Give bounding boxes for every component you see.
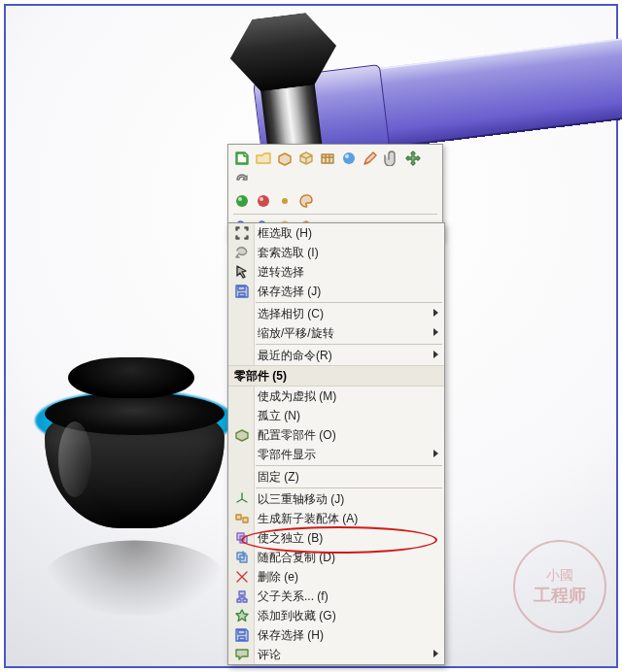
blank-icon [230, 406, 254, 425]
svg-point-2 [236, 195, 248, 207]
menu-item[interactable]: 选择相切 (C) [228, 304, 444, 323]
menu-item-label: 逆转选择 [258, 264, 429, 281]
menu-item-label: 父子关系... (f) [258, 588, 429, 605]
menu-separator [256, 487, 442, 488]
lasso-icon [230, 243, 254, 262]
menu-item[interactable]: 框选取 (H) [228, 223, 444, 243]
appearance-ball-button[interactable] [233, 192, 251, 210]
menu-item-label: 添加到收藏 (G) [258, 608, 429, 624]
submenu-arrow-icon [433, 450, 438, 457]
menu-item-label: 评论 [258, 647, 429, 663]
menu-item[interactable]: 配置零部件 (O) [228, 425, 444, 445]
favorite-icon [230, 606, 254, 625]
menu-item[interactable]: 缩放/平移/旋转 [228, 323, 444, 343]
context-menu: 框选取 (H)套索选取 (I)逆转选择保存选择 (J)选择相切 (C)缩放/平移… [227, 222, 445, 665]
open-folder-button[interactable] [255, 150, 272, 167]
submenu-arrow-icon [433, 309, 438, 317]
cursor-invert-icon [230, 262, 254, 282]
sketch-pencil-button[interactable] [362, 150, 379, 167]
rebuild-button[interactable] [233, 171, 251, 188]
menu-item[interactable]: 生成新子装配体 (A) [228, 509, 444, 528]
menu-item[interactable]: 随配合复制 (D) [228, 548, 444, 567]
cup-neck [68, 357, 194, 398]
triad-icon [230, 489, 254, 509]
model-cube-button[interactable] [297, 150, 315, 167]
menu-item-label: 使之独立 (B) [258, 530, 429, 547]
menu-item[interactable]: 使成为虚拟 (M) [228, 386, 444, 406]
blank-icon [230, 467, 254, 487]
copy-mate-icon [230, 548, 254, 567]
save-icon [230, 282, 254, 301]
menu-item[interactable]: 删除 (e) [228, 567, 444, 587]
comment-icon [230, 645, 254, 664]
menu-item-label: 框选取 (H) [258, 225, 429, 242]
paperclip-button[interactable] [383, 150, 400, 167]
menu-item-label: 固定 (Z) [258, 469, 429, 486]
menu-separator [256, 344, 442, 345]
menu-item[interactable]: 固定 (Z) [228, 467, 444, 487]
svg-point-6 [282, 198, 288, 204]
menu-item[interactable]: 逆转选择 [228, 262, 444, 282]
material-ball-button[interactable] [340, 150, 358, 167]
menu-item-label: 缩放/平移/旋转 [258, 325, 429, 342]
svg-point-1 [345, 154, 349, 158]
blank-icon [230, 445, 254, 464]
menu-separator [256, 302, 442, 303]
svg-point-3 [238, 197, 242, 201]
box-select-icon [230, 223, 254, 243]
menu-item-label: 删除 (e) [258, 569, 429, 586]
menu-item-label: 零部件显示 [258, 447, 429, 463]
menu-item-label: 选择相切 (C) [258, 306, 429, 322]
subassy-icon [230, 509, 254, 528]
watermark-stamp: 小國 工程师 [513, 540, 606, 633]
menu-item-label: 配置零部件 (O) [258, 427, 429, 444]
menu-item[interactable]: 评论 [228, 645, 444, 664]
config-icon [230, 425, 254, 445]
assembly-button[interactable] [276, 150, 294, 167]
independent-icon [230, 528, 254, 548]
submenu-arrow-icon [433, 351, 438, 358]
delete-icon [230, 567, 254, 587]
menu-item-label: 保存选择 (J) [258, 284, 429, 300]
part-crate-button[interactable] [319, 150, 336, 167]
menu-item[interactable]: 零部件显示 [228, 445, 444, 464]
menu-item-label: 孤立 (N) [258, 408, 429, 424]
menu-item[interactable]: 以三重轴移动 (J) [228, 489, 444, 509]
menu-item[interactable]: 保存选择 (H) [228, 625, 444, 645]
blank-icon [230, 346, 254, 365]
blank-icon [230, 386, 254, 406]
svg-point-0 [343, 152, 355, 164]
new-doc-button[interactable] [233, 150, 251, 167]
toolbar-row-1 [233, 148, 437, 190]
move-tool-button[interactable] [404, 150, 422, 167]
menu-item[interactable]: 保存选择 (J) [228, 282, 444, 301]
blank-icon [230, 323, 254, 343]
svg-point-4 [258, 195, 269, 207]
screenshot-frame: 小國 工程师 框选取 (H)套索选取 (I)逆转选择保存选择 (J)选择相切 (… [4, 4, 618, 668]
svg-point-5 [259, 197, 263, 201]
blank-icon [230, 304, 254, 323]
submenu-arrow-icon [433, 328, 438, 336]
menu-item-label: 使成为虚拟 (M) [258, 388, 429, 405]
palette-button[interactable] [297, 192, 315, 210]
menu-item-label: 随配合复制 (D) [258, 550, 429, 566]
menu-separator [256, 465, 442, 466]
menu-item-label: 以三重轴移动 (J) [258, 491, 429, 508]
menu-item[interactable]: 最近的命令(R) [228, 346, 444, 365]
menu-item[interactable]: 套索选取 (I) [228, 243, 444, 262]
dot-button[interactable] [276, 192, 294, 210]
menu-item-label: 生成新子装配体 (A) [258, 511, 429, 527]
save-icon [230, 625, 254, 645]
menu-item[interactable]: 父子关系... (f) [228, 587, 444, 606]
menu-item[interactable]: 使之独立 (B) [228, 528, 444, 548]
toolbar-row-2 [233, 190, 437, 212]
cup-highlight [58, 421, 91, 497]
menu-item-label: 套索选取 (I) [258, 245, 429, 261]
floor-reflection [45, 541, 225, 616]
menu-item[interactable]: 孤立 (N) [228, 406, 444, 425]
menu-section-header: 零部件 (5) [228, 365, 444, 386]
parent-icon [230, 587, 254, 606]
rgb-ball-button[interactable] [255, 192, 272, 210]
submenu-arrow-icon [433, 650, 438, 657]
menu-item[interactable]: 添加到收藏 (G) [228, 606, 444, 625]
